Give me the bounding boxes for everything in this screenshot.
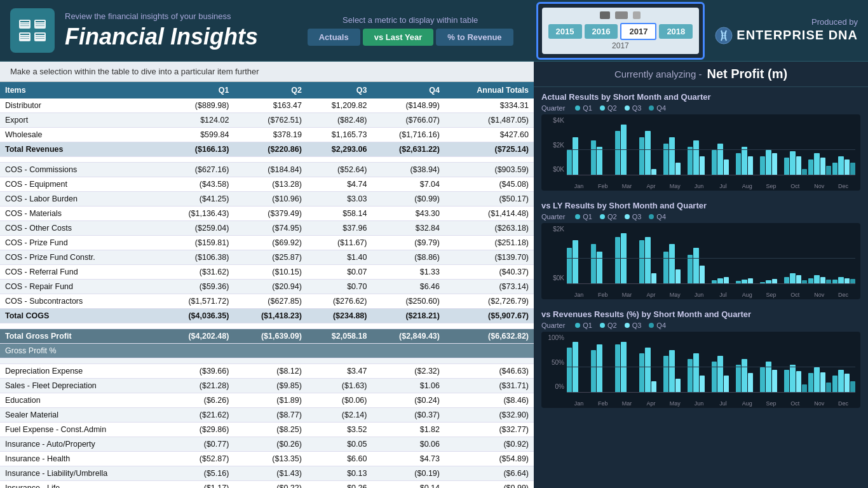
table-row[interactable]: COS - Repair Fund ($59.36) ($20.94) $0.7…	[0, 280, 534, 294]
year-2017-button[interactable]: 2017	[620, 23, 656, 40]
table-row[interactable]: COS - Equipment ($43.58) ($13.28) $4.74 …	[0, 177, 534, 192]
cell-q4: ($9.79)	[372, 236, 445, 250]
cell-q4: $6.46	[372, 280, 445, 294]
year-ctrl-icon	[600, 11, 610, 19]
cell-annual	[445, 344, 534, 358]
cell-q3: $2,058.18	[307, 329, 372, 344]
year-selector-top	[548, 11, 693, 19]
metric-buttons: Actuals vs Last Year % to Revenue	[308, 29, 513, 46]
chart-title: vs Revenues Results (%) by Short Month a…	[541, 309, 860, 319]
year-2018-button[interactable]: 2018	[659, 24, 693, 39]
cell-label: Export	[0, 113, 161, 128]
cell-q4: ($148.99)	[372, 98, 445, 113]
chart-bars	[567, 228, 855, 284]
cell-q3: $6.60	[307, 452, 372, 466]
enterprise-dna: Produced by ENTERPRISE DNA	[715, 17, 858, 44]
cell-q1: ($4,036.35)	[161, 309, 234, 323]
cell-q3: $0.05	[307, 437, 372, 452]
table-row[interactable]: Sales - Fleet Depreciation ($21.28) ($9.…	[0, 379, 534, 393]
cell-label: Gross Profit %	[0, 344, 161, 358]
table-row[interactable]: Depreciation Expense ($39.66) ($8.12) $3…	[0, 364, 534, 379]
actuals-button[interactable]: Actuals	[308, 29, 360, 46]
cell-q4: ($1,716.16)	[372, 128, 445, 142]
cell-q1: ($4,202.48)	[161, 329, 234, 344]
cell-q1: ($1,571.72)	[161, 294, 234, 309]
right-panel: Currently analyzing - Net Profit (m) Act…	[534, 62, 868, 488]
table-row[interactable]: Export $124.02 ($762.51) ($82.48) ($766.…	[0, 113, 534, 128]
cell-q3: $0.07	[307, 265, 372, 280]
cell-annual: ($139.70)	[445, 250, 534, 265]
cell-q2: ($13.35)	[234, 452, 307, 466]
metric-selector-label: Select a metric to display within table	[342, 15, 478, 25]
table-row[interactable]: Total COGS ($4,036.35) ($1,418.23) ($234…	[0, 309, 534, 323]
table-row[interactable]: Insurance - Auto/Property ($0.77) ($0.26…	[0, 437, 534, 452]
cell-label: Insurance - Liability/Umbrella	[0, 466, 161, 481]
table-panel: Make a selection within the table to div…	[0, 62, 534, 488]
cell-q4: $1.33	[372, 265, 445, 280]
cell-annual: ($73.14)	[445, 280, 534, 294]
chart-bars	[567, 119, 855, 175]
cell-annual: ($2,726.79)	[445, 294, 534, 309]
cell-q3: ($276.62)	[307, 294, 372, 309]
cell-q4: ($2,631.22)	[372, 142, 445, 157]
table-row[interactable]: COS - Labor Burden ($41.25) ($10.96) $3.…	[0, 192, 534, 207]
cell-q3: ($234.88)	[307, 309, 372, 323]
legend-item: Q3	[625, 213, 642, 220]
table-row[interactable]: COS - Other Costs ($259.04) ($74.95) $37…	[0, 221, 534, 236]
table-row[interactable]: COS - Prize Fund Constr. ($106.38) ($25.…	[0, 250, 534, 265]
cell-q1: ($39.66)	[161, 364, 234, 379]
cell-annual: $427.60	[445, 128, 534, 142]
table-wrapper[interactable]: Items Q1 Q2 Q3 Q4 Annual Totals Distribu…	[0, 82, 534, 488]
year-buttons: 2015 2016 2017 2018	[548, 23, 693, 40]
table-row[interactable]: Fuel Expense - Const.Admin ($29.86) ($8.…	[0, 423, 534, 437]
table-row[interactable]: Wholesale $599.84 $378.19 $1,165.73 ($1,…	[0, 128, 534, 142]
cell-q2: $378.19	[234, 128, 307, 142]
cell-q2: ($1,418.23)	[234, 309, 307, 323]
table-row[interactable]: Insurance - Life ($1.17) ($0.22) $0.26 $…	[0, 481, 534, 489]
header-title: Financial Insights	[65, 24, 295, 50]
cell-q1: ($627.16)	[161, 163, 234, 177]
cell-label: Insurance - Life	[0, 481, 161, 489]
col-items: Items	[0, 82, 161, 98]
table-row[interactable]: COS - Subcontractors ($1,571.72) ($627.8…	[0, 294, 534, 309]
table-row[interactable]: Sealer Material ($21.62) ($8.77) ($2.14)…	[0, 408, 534, 423]
cell-label: COS - Referral Fund	[0, 265, 161, 280]
year-ctrl-icon2	[615, 11, 628, 19]
cell-q4: $7.04	[372, 177, 445, 192]
table-row[interactable]: Insurance - Health ($52.87) ($13.35) $6.…	[0, 452, 534, 466]
table-row[interactable]: COS - Materials ($1,136.43) ($379.49) $5…	[0, 207, 534, 221]
table-row[interactable]: Education ($6.26) ($1.89) ($0.06) ($0.24…	[0, 393, 534, 408]
cell-q3: ($0.06)	[307, 393, 372, 408]
pct-to-revenue-button[interactable]: % to Revenue	[436, 29, 513, 46]
table-row[interactable]: COS - Commissions ($627.16) ($184.84) ($…	[0, 163, 534, 177]
cell-q1: ($31.62)	[161, 265, 234, 280]
table-row[interactable]: Insurance - Liability/Umbrella ($5.16) (…	[0, 466, 534, 481]
cell-q4: ($0.24)	[372, 393, 445, 408]
cell-label: Total Gross Profit	[0, 329, 161, 344]
cell-q2: ($8.12)	[234, 364, 307, 379]
year-2015-button[interactable]: 2015	[548, 24, 582, 39]
table-row[interactable]: Distributor ($889.98) $163.47 $1,209.82 …	[0, 98, 534, 113]
cell-label: COS - Other Costs	[0, 221, 161, 236]
cell-q4	[372, 344, 445, 358]
table-row[interactable]: Total Revenues ($166.13) ($220.86) $2,29…	[0, 142, 534, 157]
cell-q3: $0.70	[307, 280, 372, 294]
legend-item: Q1	[575, 213, 592, 220]
cell-annual: ($32.90)	[445, 408, 534, 423]
cell-q2: ($10.96)	[234, 192, 307, 207]
cell-label: Sealer Material	[0, 408, 161, 423]
table-row[interactable]: COS - Referral Fund ($31.62) ($10.15) $0…	[0, 265, 534, 280]
table-row[interactable]: COS - Prize Fund ($159.81) ($69.92) ($11…	[0, 236, 534, 250]
cell-label: Distributor	[0, 98, 161, 113]
vs-last-year-button[interactable]: vs Last Year	[363, 29, 434, 46]
legend-item: Q1	[575, 104, 592, 112]
cell-q4: ($0.99)	[372, 192, 445, 207]
table-row[interactable]: Gross Profit %	[0, 344, 534, 358]
table-row[interactable]: Total Gross Profit ($4,202.48) ($1,639.0…	[0, 329, 534, 344]
cell-q2: ($762.51)	[234, 113, 307, 128]
cell-annual: ($725.14)	[445, 142, 534, 157]
year-2016-button[interactable]: 2016	[585, 24, 618, 39]
cell-annual: ($1,487.05)	[445, 113, 534, 128]
chart-area: $2K$0KJanFebMarAprMayJunJulAugSepOctNovD…	[541, 223, 860, 299]
table-header-row: Items Q1 Q2 Q3 Q4 Annual Totals	[0, 82, 534, 98]
